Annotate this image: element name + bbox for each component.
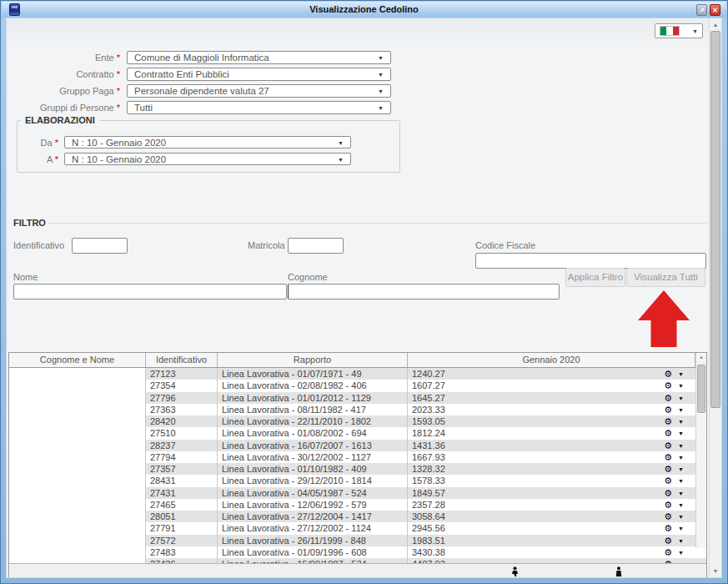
- table-row[interactable]: 28431 Linea Lavorativa - 29/12/2010 - 18…: [9, 475, 706, 486]
- app-window: Visualizzazione Cedolino ↗ ✕ ▼ Ente * Co…: [0, 0, 728, 584]
- chevron-down-icon[interactable]: ▼: [678, 393, 684, 404]
- chevron-down-icon[interactable]: ▼: [678, 464, 684, 475]
- close-button[interactable]: ✕: [710, 4, 720, 16]
- ente-value: Comune di Maggioli Informatica: [134, 53, 269, 63]
- gear-icon[interactable]: ⚙: [664, 546, 672, 558]
- chevron-down-icon: ▼: [378, 105, 384, 111]
- table-scrollbar[interactable]: ▲: [695, 353, 706, 548]
- header-gennaio-2020[interactable]: Gennaio 2020: [408, 353, 695, 367]
- header-cognome-nome[interactable]: Cognome e Nome: [9, 353, 146, 367]
- main-scrollbar[interactable]: ▲ ▼: [709, 18, 721, 577]
- a-select[interactable]: N : 10 - Gennaio 2020 ▼: [64, 153, 351, 165]
- da-label: Da: [41, 138, 53, 148]
- table-row[interactable]: 27796 Linea Lavorativa - 01/01/2012 - 11…: [9, 392, 706, 404]
- content-area: ▼ Ente * Comune di Maggioli Informatica …: [6, 18, 722, 578]
- chevron-down-icon[interactable]: ▼: [678, 488, 684, 499]
- table-row[interactable]: 27431 Linea Lavorativa - 04/05/1987 - 52…: [9, 487, 706, 499]
- gruppo-paga-select[interactable]: Personale dipendente valuta 27 ▼: [127, 84, 391, 98]
- gear-icon[interactable]: ⚙: [664, 463, 672, 475]
- da-select[interactable]: N : 10 - Gennaio 2020 ▼: [64, 136, 351, 149]
- cell-valore: 1645.27: [412, 393, 445, 403]
- cell-identificativo: 27796: [146, 392, 218, 404]
- required-marker: *: [55, 154, 58, 164]
- required-marker: *: [117, 86, 120, 96]
- form-row-gruppi-persone: Gruppi di Persone * Tutti ▼: [7, 100, 391, 114]
- chevron-down-icon[interactable]: ▼: [678, 369, 684, 380]
- chevron-down-icon[interactable]: ▼: [678, 380, 684, 391]
- contratto-select[interactable]: Contratto Enti Pubblici ▼: [127, 68, 391, 81]
- chevron-down-icon[interactable]: ▼: [678, 452, 684, 463]
- cell-gennaio-2020: 1607.27 ⚙ ▼: [408, 380, 695, 391]
- chevron-down-icon[interactable]: ▼: [678, 523, 684, 534]
- chevron-down-icon: ▼: [378, 72, 384, 78]
- gear-icon[interactable]: ⚙: [664, 522, 672, 534]
- gear-icon[interactable]: ⚙: [664, 535, 672, 546]
- table-row[interactable]: 27791 Linea Lavorativa - 27/12/2002 - 11…: [9, 522, 706, 534]
- chevron-down-icon: ▼: [692, 28, 698, 34]
- scroll-down-icon[interactable]: ▼: [710, 566, 721, 576]
- scroll-up-icon[interactable]: ▲: [710, 19, 721, 30]
- gear-icon[interactable]: ⚙: [664, 415, 672, 427]
- scroll-up-icon[interactable]: ▲: [696, 355, 706, 360]
- matricola-input[interactable]: [288, 238, 344, 254]
- gear-icon[interactable]: ⚙: [664, 440, 672, 451]
- gear-icon[interactable]: ⚙: [664, 368, 672, 380]
- required-marker: *: [117, 69, 120, 79]
- chevron-down-icon[interactable]: ▼: [678, 428, 684, 439]
- table-row[interactable]: 27483 Linea Lavorativa - 01/09/1996 - 60…: [9, 546, 706, 558]
- gruppi-persone-select[interactable]: Tutti ▼: [127, 101, 391, 114]
- cell-rapporto: Linea Lavorativa - 01/01/2012 - 1129: [218, 392, 408, 404]
- table-row[interactable]: 27357 Linea Lavorativa - 01/10/1982 - 40…: [9, 463, 706, 475]
- table-row[interactable]: 27794 Linea Lavorativa - 30/12/2002 - 11…: [9, 451, 706, 463]
- gear-icon[interactable]: ⚙: [664, 451, 672, 463]
- gear-icon[interactable]: ⚙: [664, 475, 672, 486]
- ente-select[interactable]: Comune di Maggioli Informatica ▼: [127, 51, 391, 64]
- visualizza-tutti-button[interactable]: Visualizza Tutti: [626, 268, 705, 287]
- matricola-label: Matricola: [248, 240, 285, 250]
- chevron-down-icon: ▼: [338, 140, 344, 146]
- header-rapporto[interactable]: Rapporto: [218, 353, 408, 367]
- table-row[interactable]: 28237 Linea Lavorativa - 16/07/2007 - 16…: [9, 440, 706, 451]
- gear-icon[interactable]: ⚙: [664, 427, 672, 439]
- chevron-down-icon[interactable]: ▼: [678, 536, 684, 546]
- applica-filtro-button[interactable]: Applica Filtro: [565, 268, 625, 287]
- gear-icon[interactable]: ⚙: [664, 392, 672, 404]
- table-row[interactable]: 27123 Linea Lavorativa - 01/07/1971 - 49…: [9, 368, 706, 380]
- cell-cognome-nome: [9, 546, 146, 558]
- main-scrollbar-thumb[interactable]: [710, 31, 720, 408]
- header-identificativo[interactable]: Identificativo: [146, 353, 218, 367]
- codice-fiscale-input[interactable]: [475, 253, 706, 269]
- gear-icon[interactable]: ⚙: [664, 380, 672, 391]
- title-bar[interactable]: Visualizzazione Cedolino ↗ ✕: [2, 2, 726, 18]
- chevron-down-icon[interactable]: ▼: [678, 476, 684, 486]
- cell-valore: 1240.27: [412, 369, 445, 379]
- chevron-down-icon[interactable]: ▼: [678, 405, 684, 415]
- table-scrollbar-thumb[interactable]: [697, 365, 705, 413]
- chevron-down-icon[interactable]: ▼: [678, 441, 684, 451]
- chevron-down-icon[interactable]: ▼: [678, 547, 684, 558]
- language-select[interactable]: ▼: [655, 23, 703, 38]
- table-row[interactable]: 27510 Linea Lavorativa - 01/08/2002 - 69…: [9, 427, 706, 439]
- cell-identificativo: 27363: [146, 404, 218, 415]
- gear-icon[interactable]: ⚙: [664, 511, 672, 522]
- identificativo-input[interactable]: [72, 238, 128, 254]
- chevron-down-icon[interactable]: ▼: [678, 511, 684, 522]
- chevron-down-icon[interactable]: ▼: [678, 500, 684, 511]
- nome-input[interactable]: [13, 284, 287, 300]
- cognome-input[interactable]: [288, 284, 560, 300]
- table-row[interactable]: 28051 Linea Lavorativa - 27/12/2004 - 14…: [9, 511, 706, 522]
- cell-identificativo: 27357: [146, 463, 218, 475]
- table-row[interactable]: 28420 Linea Lavorativa - 22/11/2010 - 18…: [9, 415, 706, 427]
- table-row[interactable]: 27354 Linea Lavorativa - 02/08/1982 - 40…: [9, 380, 706, 391]
- table-row[interactable]: 27363 Linea Lavorativa - 08/11/1982 - 41…: [9, 404, 706, 415]
- cell-rapporto: Linea Lavorativa - 29/12/2010 - 1814: [218, 475, 408, 486]
- maximize-button[interactable]: ↗: [696, 4, 707, 16]
- cell-rapporto: Linea Lavorativa - 01/09/1996 - 608: [218, 546, 408, 558]
- identificativo-label: Identificativo: [13, 240, 64, 250]
- gear-icon[interactable]: ⚙: [664, 487, 672, 499]
- gear-icon[interactable]: ⚙: [664, 499, 672, 511]
- table-row[interactable]: 27572 Linea Lavorativa - 26/11/1999 - 84…: [9, 535, 706, 546]
- table-row[interactable]: 27465 Linea Lavorativa - 12/06/1992 - 57…: [9, 499, 706, 511]
- gear-icon[interactable]: ⚙: [664, 404, 672, 415]
- chevron-down-icon[interactable]: ▼: [678, 416, 684, 427]
